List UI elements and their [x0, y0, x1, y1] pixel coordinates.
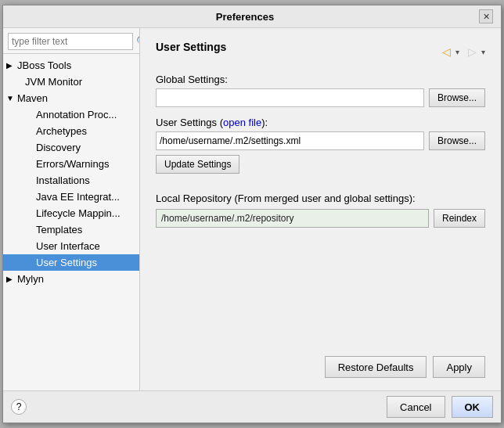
sidebar-item-user-settings[interactable]: User Settings — [3, 254, 139, 271]
sidebar-item-label: Archetypes — [36, 125, 87, 137]
filter-input[interactable] — [8, 33, 133, 50]
sidebar-item-label: Java EE Integrat... — [36, 191, 120, 203]
sidebar-item-lifecycle-mapping[interactable]: Lifecycle Mappin... — [3, 205, 139, 221]
sidebar-item-jvm-monitor[interactable]: JVM Monitor — [3, 74, 139, 90]
sidebar-item-label: Errors/Warnings — [36, 158, 109, 170]
footer-bar: ? Cancel OK — [3, 390, 501, 423]
forward-dropdown-button[interactable]: ▾ — [481, 48, 485, 56]
sidebar-item-label: Maven — [17, 92, 48, 104]
local-repo-label: Local Repository (From merged user and g… — [156, 192, 485, 204]
sidebar-item-label: Templates — [36, 224, 82, 236]
title-bar: Preferences ✕ — [3, 5, 501, 28]
sidebar-item-maven[interactable]: ▼ Maven — [3, 90, 139, 106]
global-settings-input[interactable] — [156, 88, 424, 107]
back-button[interactable]: ◁ — [438, 44, 454, 59]
sidebar-item-templates[interactable]: Templates — [3, 221, 139, 238]
tree: ▶ JBoss Tools JVM Monitor ▼ Maven Annota… — [3, 54, 139, 390]
sidebar-item-java-ee[interactable]: Java EE Integrat... — [3, 189, 139, 205]
sidebar-item-label: User Interface — [36, 240, 100, 252]
dialog-title: Preferences — [11, 11, 479, 23]
sidebar-item-mylyn[interactable]: ▶ Mylyn — [3, 271, 139, 287]
sidebar-item-errors-warnings[interactable]: Errors/Warnings — [3, 156, 139, 172]
arrow-icon: ▼ — [6, 94, 14, 103]
global-settings-group: Global Settings: Browse... — [156, 74, 485, 107]
sidebar-item-label: Discovery — [36, 142, 81, 153]
local-repo-input[interactable] — [156, 209, 429, 228]
back-dropdown-button[interactable]: ▾ — [455, 48, 459, 56]
browse1-button[interactable]: Browse... — [429, 88, 485, 107]
sidebar-item-label: Mylyn — [17, 273, 44, 285]
sidebar-item-discovery[interactable]: Discovery — [3, 139, 139, 156]
browse2-button[interactable]: Browse... — [429, 131, 485, 150]
local-repo-section: Local Repository (From merged user and g… — [156, 192, 485, 228]
main-content: User Settings ◁ ▾ ▷ ▾ Global Settings: B… — [140, 28, 501, 390]
sidebar-item-label: User Settings — [36, 257, 97, 268]
user-settings-label: User Settings (open file): — [156, 117, 485, 128]
nav-icons: ◁ ▾ ▷ ▾ — [438, 44, 485, 59]
reindex-button[interactable]: Reindex — [434, 209, 485, 228]
sidebar-item-jboss-tools[interactable]: ▶ JBoss Tools — [3, 57, 139, 74]
open-file-link[interactable]: open file — [223, 117, 261, 128]
ok-button[interactable]: OK — [452, 396, 494, 418]
help-button[interactable]: ? — [11, 399, 27, 415]
preferences-dialog: Preferences ✕ 🔍 ▶ JBoss Tools JVM Monito… — [2, 5, 502, 423]
sidebar-item-label: Lifecycle Mappin... — [36, 207, 121, 219]
sidebar-item-label: Installations — [36, 174, 90, 186]
local-repo-row: Reindex — [156, 209, 485, 228]
sidebar-item-user-interface[interactable]: User Interface — [3, 238, 139, 254]
sidebar-item-annotation-proc[interactable]: Annotation Proc... — [3, 106, 139, 123]
sidebar-item-label: Annotation Proc... — [36, 109, 117, 120]
sidebar: 🔍 ▶ JBoss Tools JVM Monitor ▼ Maven — [3, 28, 140, 390]
global-settings-label: Global Settings: — [156, 74, 485, 85]
apply-button[interactable]: Apply — [433, 356, 485, 378]
sidebar-item-label: JVM Monitor — [25, 76, 82, 88]
sidebar-item-archetypes[interactable]: Archetypes — [3, 123, 139, 139]
restore-defaults-button[interactable]: Restore Defaults — [325, 356, 427, 378]
user-settings-row: Browse... — [156, 131, 485, 150]
arrow-icon: ▶ — [6, 275, 14, 283]
user-settings-input[interactable] — [156, 131, 424, 150]
section-title: User Settings — [156, 41, 226, 53]
user-settings-group: User Settings (open file): Browse... Upd… — [156, 117, 485, 174]
global-settings-row: Browse... — [156, 88, 485, 107]
update-settings-button[interactable]: Update Settings — [156, 155, 239, 174]
dialog-body: 🔍 ▶ JBoss Tools JVM Monitor ▼ Maven — [3, 28, 501, 390]
cancel-button[interactable]: Cancel — [387, 396, 445, 418]
forward-button[interactable]: ▷ — [464, 44, 480, 59]
sidebar-item-label: JBoss Tools — [17, 59, 71, 71]
footer-buttons: Cancel OK — [387, 396, 493, 418]
arrow-icon: ▶ — [6, 61, 14, 70]
filter-bar: 🔍 — [3, 28, 139, 54]
close-button[interactable]: ✕ — [479, 9, 493, 23]
sidebar-item-installations[interactable]: Installations — [3, 172, 139, 189]
